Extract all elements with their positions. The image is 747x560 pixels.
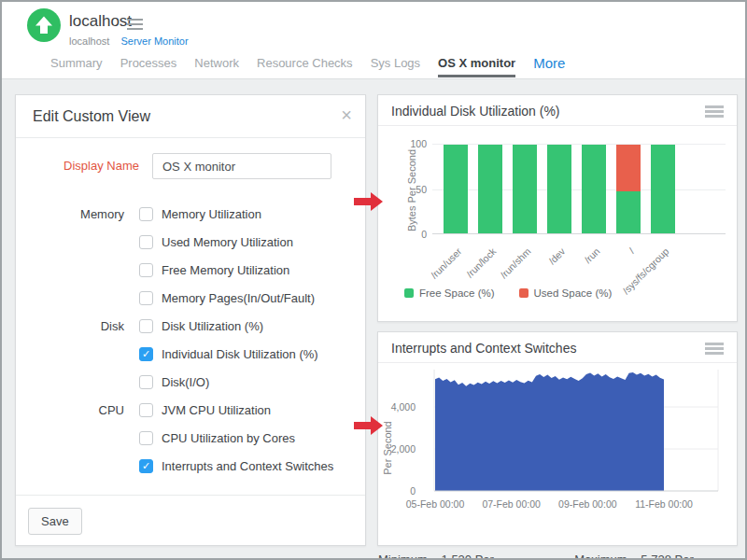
option-row-individual-disk-utilization: ✓Individual Disk Utilization (%) bbox=[16, 340, 365, 368]
bar-free-segment bbox=[513, 145, 537, 233]
interrupts-chart-title: Interrupts and Context Switches bbox=[391, 341, 576, 356]
checkbox-label-jvm-cpu-utilization: JVM CPU Utilization bbox=[162, 403, 271, 417]
category-label-memory: Memory bbox=[16, 207, 139, 221]
checkbox-memory-utilization[interactable] bbox=[139, 207, 153, 221]
tab-network[interactable]: Network bbox=[194, 56, 239, 77]
y-tick-2000: 2,000 bbox=[378, 443, 416, 455]
option-row-cpu-utilization-by-cores: CPU Utilization by Cores bbox=[16, 424, 365, 452]
tab-sys-logs[interactable]: Sys Logs bbox=[371, 56, 420, 77]
content-area: Edit Custom View × Display Name MemoryMe… bbox=[2, 78, 745, 560]
x-label-run-lock: /run/lock bbox=[430, 245, 499, 315]
disk-utilization-panel: Individual Disk Utilization (%) Bytes Pe… bbox=[377, 94, 738, 322]
category-label-disk: Disk bbox=[16, 319, 139, 333]
checkbox-memory-pages-in-out-fault[interactable] bbox=[139, 291, 153, 305]
arrow-to-disk-chart-icon bbox=[354, 192, 383, 211]
bar-used-segment bbox=[616, 145, 641, 191]
bar-run-user[interactable] bbox=[444, 145, 468, 233]
checkbox-disk-utilization[interactable] bbox=[139, 319, 153, 333]
checkbox-free-memory-utilization[interactable] bbox=[139, 263, 153, 277]
legend-swatch bbox=[404, 288, 414, 298]
display-name-input[interactable] bbox=[152, 153, 331, 179]
checkbox-used-memory-utilization[interactable] bbox=[139, 235, 153, 249]
context-switches-area bbox=[421, 370, 729, 496]
option-row-disk-i-o: Disk(I/O) bbox=[16, 368, 365, 396]
bar-free-segment bbox=[444, 145, 468, 233]
bar-dev[interactable] bbox=[547, 145, 571, 233]
maximum-value: Maximum = 5,728 Per Second bbox=[574, 553, 737, 560]
checkbox-label-memory-utilization: Memory Utilization bbox=[162, 207, 261, 221]
legend-item-free-space[interactable]: Free Space (%) bbox=[404, 287, 495, 299]
checkbox-disk-i-o[interactable] bbox=[139, 375, 153, 389]
option-row-memory-pages-in-out-fault: Memory Pages(In/Out/Fault) bbox=[16, 284, 365, 312]
bar-free-segment bbox=[478, 145, 502, 233]
dialog-header: Edit Custom View × bbox=[16, 95, 365, 138]
panel-header: Interrupts and Context Switches bbox=[378, 332, 737, 363]
server-status-up-icon bbox=[27, 8, 61, 42]
min-max-summary: Minimum = 1,530 Per Second Maximum = 5,7… bbox=[378, 553, 737, 560]
dialog-footer: Save bbox=[16, 495, 365, 547]
interrupts-panel: Interrupts and Context Switches Per Seco… bbox=[377, 331, 738, 546]
save-button[interactable]: Save bbox=[28, 508, 82, 535]
bar-[interactable] bbox=[616, 145, 641, 233]
checkbox-label-free-memory-utilization: Free Memory Utilization bbox=[162, 263, 289, 277]
checkbox-label-disk-i-o: Disk(I/O) bbox=[162, 375, 209, 389]
option-row-memory-utilization: MemoryMemory Utilization bbox=[16, 200, 365, 228]
breadcrumb-host: localhost bbox=[69, 35, 109, 47]
legend-item-used-space[interactable]: Used Space (%) bbox=[519, 287, 613, 299]
edit-custom-view-dialog: Edit Custom View × Display Name MemoryMe… bbox=[15, 94, 366, 546]
y-tick-4000: 4,000 bbox=[378, 401, 416, 413]
metric-options-list: MemoryMemory UtilizationUsed Memory Util… bbox=[16, 200, 365, 480]
chart-menu-icon[interactable] bbox=[705, 105, 724, 118]
option-row-used-memory-utilization: Used Memory Utilization bbox=[16, 228, 365, 256]
chart-menu-icon[interactable] bbox=[705, 343, 724, 355]
bar-free-segment bbox=[547, 145, 571, 233]
y-tick-0: 0 bbox=[389, 229, 427, 240]
page-title: localhost bbox=[69, 12, 132, 31]
app-window: localhost localhostServer Monitor Summar… bbox=[0, 0, 747, 560]
interrupts-chart-plot bbox=[421, 370, 729, 496]
y-tick-100: 100 bbox=[389, 138, 427, 149]
x-label-05-feb-00-00: 05-Feb 00:00 bbox=[398, 498, 472, 510]
disk-chart-x-labels: /run/user/run/lock/run/shm/dev/run//sys/… bbox=[432, 240, 726, 288]
disk-chart-plot bbox=[432, 144, 726, 234]
tab-summary[interactable]: Summary bbox=[50, 56, 103, 77]
breadcrumb: localhostServer Monitor bbox=[69, 35, 189, 47]
checkbox-individual-disk-utilization[interactable]: ✓ bbox=[139, 347, 153, 361]
tab-resource-checks[interactable]: Resource Checks bbox=[257, 56, 353, 77]
tab-os-x-monitor[interactable]: OS X monitor bbox=[438, 56, 515, 77]
checkbox-cpu-utilization-by-cores[interactable] bbox=[139, 431, 153, 445]
x-label-dev: /dev bbox=[499, 245, 568, 315]
checkbox-label-cpu-utilization-by-cores: CPU Utilization by Cores bbox=[162, 431, 295, 445]
bar-free-segment bbox=[651, 145, 675, 233]
breadcrumb-server-monitor-link[interactable]: Server Monitor bbox=[120, 35, 188, 47]
tab-processes[interactable]: Processes bbox=[120, 56, 177, 77]
legend-swatch bbox=[519, 288, 529, 298]
panel-header: Individual Disk Utilization (%) bbox=[378, 95, 737, 126]
x-label-07-feb-00-00: 07-Feb 00:00 bbox=[474, 498, 549, 510]
bar-sys-fs-cgroup[interactable] bbox=[651, 145, 675, 233]
display-name-row: Display Name bbox=[16, 153, 365, 179]
tab-more[interactable]: More bbox=[533, 55, 565, 77]
close-icon[interactable]: × bbox=[341, 105, 352, 124]
checkbox-jvm-cpu-utilization[interactable] bbox=[139, 403, 153, 417]
checkbox-label-interrupts-and-context-switches: Interrupts and Context Switches bbox=[162, 459, 333, 473]
bar-run-shm[interactable] bbox=[513, 145, 537, 233]
y-tick-0: 0 bbox=[378, 485, 416, 497]
checkbox-interrupts-and-context-switches[interactable]: ✓ bbox=[139, 459, 153, 473]
arrow-to-interrupts-chart-icon bbox=[354, 416, 383, 435]
checkbox-label-individual-disk-utilization: Individual Disk Utilization (%) bbox=[162, 347, 318, 361]
x-label-sys-fs-cgroup: /sys/fs/cgroup bbox=[602, 245, 671, 315]
checkbox-label-memory-pages-in-out-fault: Memory Pages(In/Out/Fault) bbox=[162, 291, 315, 305]
bar-free-segment bbox=[616, 191, 641, 233]
x-label-run-shm: /run/shm bbox=[464, 245, 533, 315]
category-label-cpu: CPU bbox=[16, 403, 139, 417]
bar-run-lock[interactable] bbox=[478, 145, 502, 233]
disk-chart-title: Individual Disk Utilization (%) bbox=[391, 104, 560, 119]
x-label-run-user: /run/user bbox=[395, 245, 464, 315]
y-tick-50: 50 bbox=[389, 184, 427, 195]
option-row-interrupts-and-context-switches: ✓Interrupts and Context Switches bbox=[16, 452, 365, 480]
minimum-value: Minimum = 1,530 Per Second bbox=[378, 553, 537, 560]
title-menu-icon[interactable] bbox=[127, 19, 143, 30]
bar-run[interactable] bbox=[582, 145, 606, 233]
x-label-09-feb-00-00: 09-Feb 00:00 bbox=[550, 498, 625, 510]
